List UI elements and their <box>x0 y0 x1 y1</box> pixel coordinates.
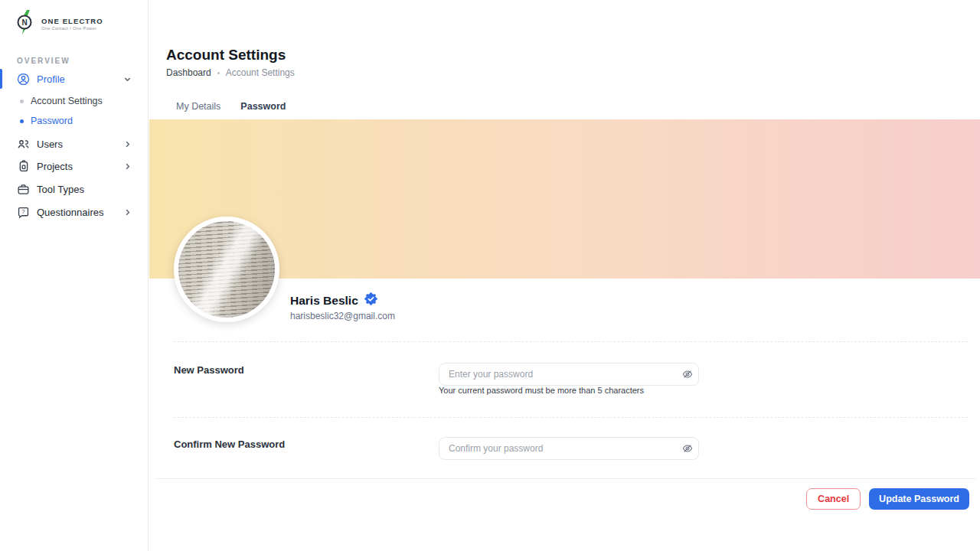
confirm-password-field <box>439 437 699 460</box>
breadcrumb: Dashboard Account Settings <box>166 67 295 78</box>
sidebar-item-label: Password <box>31 116 73 126</box>
sidebar-item-password[interactable]: Password <box>0 112 149 129</box>
bullet-icon <box>20 119 24 123</box>
eye-off-icon[interactable] <box>677 438 698 459</box>
one-electro-logo-icon: N <box>14 10 37 37</box>
chevron-down-icon <box>123 75 132 83</box>
new-password-field <box>439 363 699 386</box>
sidebar-item-users[interactable]: Users <box>0 135 149 153</box>
profile-email: harisbeslic32@gmail.com <box>290 311 395 321</box>
new-password-helper: Your current password must be more than … <box>439 386 644 395</box>
section-divider <box>174 417 968 418</box>
update-password-button[interactable]: Update Password <box>869 488 969 510</box>
users-icon <box>17 138 30 151</box>
profile-avatar <box>174 217 279 322</box>
sidebar-item-account-settings[interactable]: Account Settings <box>0 93 149 109</box>
tab-password[interactable]: Password <box>230 96 296 122</box>
new-password-label: New Password <box>174 364 244 376</box>
sidebar-item-profile[interactable]: Profile <box>0 69 149 89</box>
footer-divider <box>155 478 976 479</box>
new-password-input[interactable] <box>439 369 677 380</box>
profile-name: Haris Beslic <box>290 294 358 308</box>
sidebar-item-label: Projects <box>37 161 73 172</box>
chevron-right-icon <box>123 208 132 217</box>
profile-avatar-photo <box>178 221 275 318</box>
sidebar: N ONE ELECTRO One Contact / One Power OV… <box>0 0 149 551</box>
sidebar-item-label: Profile <box>37 73 65 85</box>
svg-text:?: ? <box>21 208 24 215</box>
projects-icon <box>17 160 30 173</box>
sidebar-item-tool-types[interactable]: Tool Types <box>0 180 149 198</box>
sidebar-item-label: Users <box>37 139 63 150</box>
page-title: Account Settings <box>166 47 286 64</box>
sidebar-item-label: Account Settings <box>31 96 103 106</box>
chevron-right-icon <box>123 162 132 171</box>
form-actions: Cancel Update Password <box>806 488 969 510</box>
breadcrumb-dashboard[interactable]: Dashboard <box>166 67 211 78</box>
brand-tagline: One Contact / One Power <box>41 26 103 31</box>
sidebar-item-label: Tool Types <box>37 184 84 195</box>
brand-logo[interactable]: N ONE ELECTRO One Contact / One Power <box>14 10 103 37</box>
eye-off-icon[interactable] <box>677 364 698 385</box>
confirm-password-label: Confirm New Password <box>174 439 285 450</box>
sidebar-item-questionnaires[interactable]: ? Questionnaires <box>0 203 149 221</box>
cancel-button[interactable]: Cancel <box>806 488 861 510</box>
sidebar-item-label: Questionnaires <box>37 207 103 218</box>
bullet-icon <box>20 99 24 103</box>
briefcase-icon <box>17 183 30 196</box>
brand-name: ONE ELECTRO <box>41 17 103 25</box>
chevron-right-icon <box>123 140 132 148</box>
sidebar-item-projects[interactable]: Projects <box>0 157 149 175</box>
question-bubble-icon: ? <box>17 206 30 219</box>
user-circle-icon <box>17 73 30 86</box>
breadcrumb-separator-dot <box>217 72 220 74</box>
verified-badge-icon <box>364 292 377 308</box>
section-divider <box>174 341 968 342</box>
tab-bar: My Details Password <box>166 96 296 122</box>
tab-my-details[interactable]: My Details <box>166 96 230 122</box>
confirm-password-input[interactable] <box>439 443 677 454</box>
breadcrumb-current: Account Settings <box>226 67 295 78</box>
svg-text:N: N <box>21 18 27 27</box>
sidebar-section-overview: OVERVIEW <box>17 57 70 65</box>
main-content: Account Settings Dashboard Account Setti… <box>149 0 980 551</box>
